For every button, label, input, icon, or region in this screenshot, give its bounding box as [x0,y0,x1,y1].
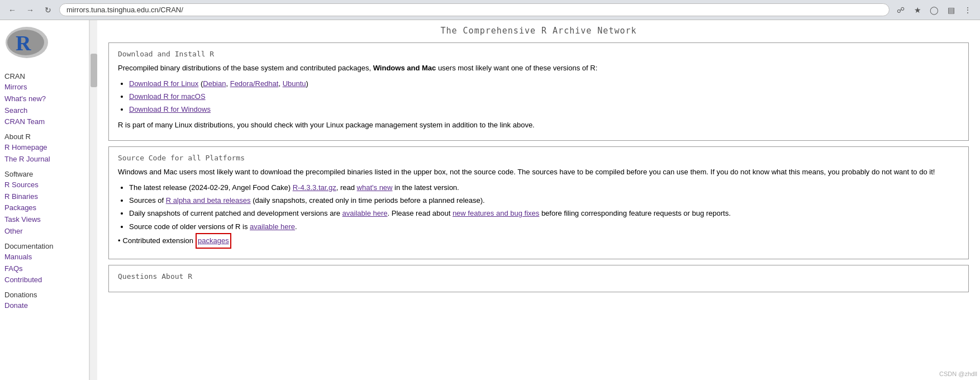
translate-icon[interactable]: ☍ [894,3,907,17]
whats-new-link[interactable]: what's new [357,183,393,192]
donations-section-label: Donations [4,291,84,299]
packages-link[interactable]: packages [198,236,229,245]
source-bullets: The latest release (2024-02-29, Angel Fo… [129,181,959,249]
sidebar-item-search[interactable]: Search [4,105,84,117]
source-code-title: Source Code for all Platforms [118,154,959,162]
contributed-item: • Contributed extension packages [118,233,959,248]
alpha-beta-link[interactable]: R alpha and beta releases [166,196,251,205]
download-macos-link[interactable]: Download R for macOS [129,92,206,101]
intro-text-after: users most likely want one of these vers… [436,64,597,72]
debian-link[interactable]: Debian [203,79,226,88]
sidebar-item-r-sources[interactable]: R Sources [4,179,84,191]
page-title: The Comprehensive R Archive Network [108,26,969,36]
available-here-link[interactable]: available here [342,209,388,217]
download-macos-item: Download R for macOS [129,90,959,103]
profile-icon[interactable]: ◯ [927,3,941,17]
main-content: The Comprehensive R Archive Network Down… [97,20,980,380]
scrollbar-thumb[interactable] [91,54,97,87]
questions-box: Questions About R [108,265,969,292]
url-text: mirrors.tuna.tsinghua.edu.cn/CRAN/ [66,6,183,14]
fedora-link[interactable]: Fedora/Redhat [230,79,279,88]
extension-icon[interactable]: ▤ [944,3,958,17]
sidebar: R CRAN Mirrors What's new? Search CRAN T… [0,20,89,380]
r-logo: R [4,26,49,59]
linux-note: R is part of many Linux distributions, y… [118,120,959,131]
watermark: CSDN @zhdll [939,370,977,377]
scrollbar-track[interactable] [89,20,97,380]
windows-mac-bold: Windows and Mac [373,64,436,72]
svg-text:R: R [16,31,31,55]
about-r-section-label: About R [4,132,84,141]
r-tarball-link[interactable]: R-4.3.3.tar.gz [293,183,336,192]
download-install-title: Download and Install R [118,50,959,58]
browser-icons: ☍ ★ ◯ ▤ ⋮ [894,3,974,17]
sidebar-item-contributed[interactable]: Contributed [4,274,84,286]
back-button[interactable]: ← [6,3,19,17]
software-section-label: Software [4,170,84,178]
source-code-intro: Windows and Mac users most likely want t… [118,167,959,178]
latest-release-item: The latest release (2024-02-29, Angel Fo… [129,181,959,194]
sidebar-item-manuals[interactable]: Manuals [4,251,84,263]
menu-icon[interactable]: ⋮ [961,3,974,17]
reload-button[interactable]: ↻ [41,3,55,17]
intro-text-before: Precompiled binary distributions of the … [118,64,373,72]
older-versions-item: Source code of older versions of R is av… [129,220,959,233]
browser-chrome: ← → ↻ mirrors.tuna.tsinghua.edu.cn/CRAN/… [0,0,980,20]
sidebar-item-faqs[interactable]: FAQs [4,263,84,275]
daily-snapshots-item: Daily snapshots of current patched and d… [129,207,959,220]
ubuntu-link[interactable]: Ubuntu [283,79,306,88]
cran-section-label: CRAN [4,72,84,80]
download-linux-item: Download R for Linux (Debian, Fedora/Red… [129,77,959,90]
forward-button[interactable]: → [23,3,37,17]
download-linux-link[interactable]: Download R for Linux [129,79,198,88]
new-features-link[interactable]: new features and bug fixes [453,209,539,217]
sidebar-item-r-homepage[interactable]: R Homepage [4,142,84,154]
download-windows-item: Download R for Windows [129,103,959,116]
download-links-list: Download R for Linux (Debian, Fedora/Red… [129,77,959,116]
download-intro-text: Precompiled binary distributions of the … [118,63,959,74]
contributed-highlight-box: packages [196,233,231,248]
older-available-link[interactable]: available here [250,222,295,231]
download-install-box: Download and Install R Precompiled binar… [108,42,969,141]
page-layout: R CRAN Mirrors What's new? Search CRAN T… [0,20,980,380]
source-code-box: Source Code for all Platforms Windows an… [108,146,969,259]
download-windows-link[interactable]: Download R for Windows [129,105,211,113]
star-icon[interactable]: ★ [911,3,924,17]
sidebar-item-r-binaries[interactable]: R Binaries [4,191,84,203]
questions-title: Questions About R [118,272,959,281]
address-bar[interactable]: mirrors.tuna.tsinghua.edu.cn/CRAN/ [59,3,889,16]
sidebar-item-mirrors[interactable]: Mirrors [4,82,84,93]
sidebar-item-r-journal[interactable]: The R Journal [4,154,84,165]
sidebar-item-whats-new[interactable]: What's new? [4,93,84,105]
documentation-section-label: Documentation [4,242,84,250]
sidebar-item-task-views[interactable]: Task Views [4,214,84,226]
alpha-beta-item: Sources of R alpha and beta releases (da… [129,194,959,207]
sidebar-item-other[interactable]: Other [4,226,84,238]
sidebar-item-donate[interactable]: Donate [4,300,84,312]
sidebar-item-packages[interactable]: Packages [4,202,84,214]
sidebar-item-cran-team[interactable]: CRAN Team [4,116,84,128]
